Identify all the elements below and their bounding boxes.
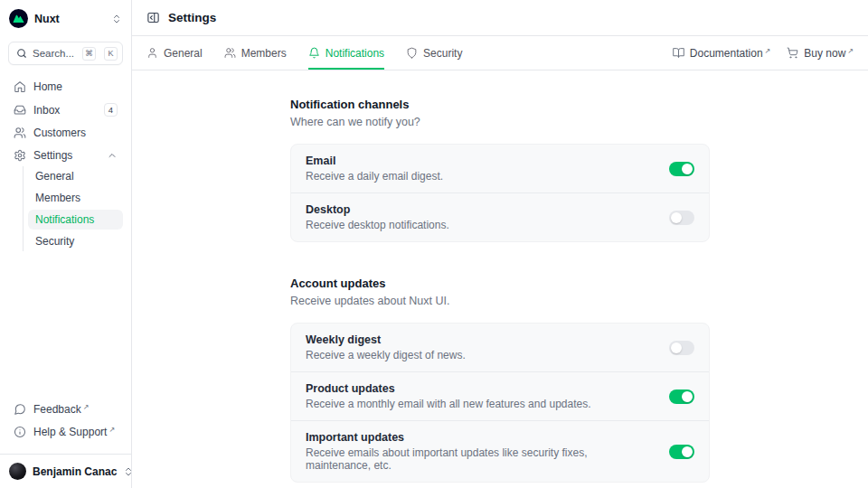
- gear-icon: [14, 149, 26, 162]
- setting-description: Receive desktop notifications.: [306, 219, 655, 231]
- setting-label: Weekly digest: [306, 333, 655, 346]
- setting-label: Desktop: [306, 203, 655, 216]
- settings-subnav: General Members Notifications Security: [23, 166, 123, 251]
- setting-row-product-updates: Product updates Receive a monthly email …: [291, 371, 709, 420]
- tab-members[interactable]: Members: [224, 36, 287, 70]
- user-icon: [146, 47, 158, 59]
- email-toggle[interactable]: [669, 162, 694, 176]
- nuxt-logo-icon: [9, 9, 28, 28]
- shield-icon: [406, 47, 418, 59]
- sidebar-item-label: Settings: [33, 149, 99, 162]
- users-icon: [14, 127, 26, 139]
- external-link-icon: ↗: [765, 47, 771, 55]
- desktop-toggle[interactable]: [669, 211, 694, 225]
- page-title: Settings: [168, 11, 216, 24]
- sidebar-item-label: Customers: [33, 127, 118, 139]
- workspace-selector[interactable]: Nuxt: [0, 0, 131, 33]
- sidebar-item-label: Home: [33, 80, 118, 93]
- settings-card: Email Receive a daily email digest. Desk…: [290, 144, 710, 242]
- search-icon: [16, 48, 27, 59]
- section-description: Where can we notify you?: [290, 116, 710, 128]
- info-circle-icon: [14, 426, 26, 438]
- tab-notifications[interactable]: Notifications: [308, 36, 384, 70]
- sidebar-nav: Home Inbox 4 Customers Settings Genera: [0, 69, 131, 251]
- page-header: Settings: [132, 0, 868, 36]
- section-title: Account updates: [290, 277, 710, 290]
- weekly-digest-toggle[interactable]: [669, 341, 694, 355]
- feedback-label: Feedback↗: [33, 403, 118, 416]
- users-icon: [224, 47, 236, 59]
- external-link-icon: ↗: [83, 403, 90, 411]
- important-updates-toggle[interactable]: [669, 445, 694, 459]
- section-description: Receive updates about Nuxt UI.: [290, 295, 710, 307]
- search-input[interactable]: Search... ⌘K: [8, 42, 123, 65]
- inbox-count-badge: 4: [104, 103, 118, 117]
- help-support-label: Help & Support↗: [33, 426, 118, 438]
- sidebar-item-notifications[interactable]: Notifications: [28, 210, 123, 230]
- sidebar: Nuxt Search... ⌘K Home Inbox 4: [0, 0, 132, 488]
- setting-row-desktop: Desktop Receive desktop notifications.: [291, 192, 709, 241]
- tab-security[interactable]: Security: [406, 36, 462, 70]
- buy-now-button[interactable]: Buy now↗: [787, 47, 854, 60]
- search-placeholder: Search...: [33, 48, 77, 59]
- sidebar-item-general[interactable]: General: [28, 166, 123, 186]
- sidebar-item-customers[interactable]: Customers: [8, 124, 123, 142]
- sidebar-footer-nav: Feedback↗ Help & Support↗: [0, 400, 131, 448]
- external-link-icon: ↗: [108, 426, 115, 434]
- book-icon: [673, 47, 684, 59]
- setting-label: Email: [306, 155, 655, 167]
- inbox-icon: [14, 104, 26, 117]
- chevrons-up-down-icon: [111, 14, 122, 24]
- chevron-up-icon: [107, 150, 118, 161]
- setting-description: Receive a daily email digest.: [306, 170, 655, 183]
- sidebar-item-security[interactable]: Security: [28, 231, 123, 251]
- workspace-name: Nuxt: [34, 13, 105, 25]
- setting-label: Product updates: [306, 382, 655, 395]
- feedback-link[interactable]: Feedback↗: [8, 400, 123, 418]
- tabbar: General Members Notifications Security: [132, 36, 868, 70]
- sidebar-item-members[interactable]: Members: [28, 188, 123, 208]
- user-menu[interactable]: Benjamin Canac: [0, 454, 131, 488]
- setting-description: Receive emails about important updates l…: [306, 446, 655, 472]
- settings-card: Weekly digest Receive a weekly digest of…: [290, 323, 710, 483]
- sidebar-item-inbox[interactable]: Inbox 4: [8, 100, 123, 119]
- tabs: General Members Notifications Security: [146, 36, 462, 70]
- documentation-button[interactable]: Documentation↗: [673, 47, 770, 60]
- section-account-updates: Account updates Receive updates about Nu…: [290, 277, 710, 483]
- tabbar-actions: Documentation↗ Buy now↗: [673, 36, 854, 70]
- avatar: [9, 463, 26, 480]
- product-updates-toggle[interactable]: [669, 389, 694, 404]
- sidebar-item-label: Inbox: [33, 104, 97, 117]
- setting-row-email: Email Receive a daily email digest.: [291, 145, 709, 192]
- sidebar-item-home[interactable]: Home: [8, 78, 123, 96]
- bell-icon: [308, 47, 320, 59]
- main-area: Settings General Members Notifications: [132, 0, 868, 488]
- setting-row-weekly-digest: Weekly digest Receive a weekly digest of…: [291, 324, 709, 371]
- cart-icon: [787, 47, 798, 59]
- setting-description: Receive a monthly email with all new fea…: [306, 398, 655, 410]
- home-icon: [14, 80, 26, 93]
- sidebar-collapse-icon[interactable]: [146, 11, 160, 24]
- tab-general[interactable]: General: [146, 36, 203, 70]
- settings-content: Notification channels Where can we notif…: [132, 70, 868, 488]
- help-support-link[interactable]: Help & Support↗: [8, 423, 123, 441]
- kbd-k: K: [104, 47, 118, 61]
- external-link-icon: ↗: [847, 47, 854, 55]
- section-title: Notification channels: [290, 98, 710, 111]
- section-notification-channels: Notification channels Where can we notif…: [290, 98, 710, 242]
- chat-bubble-icon: [14, 403, 26, 416]
- setting-label: Important updates: [306, 431, 655, 444]
- user-name: Benjamin Canac: [33, 465, 117, 478]
- setting-row-important-updates: Important updates Receive emails about i…: [291, 420, 709, 482]
- setting-description: Receive a weekly digest of news.: [306, 349, 655, 361]
- kbd-cmd: ⌘: [82, 47, 96, 61]
- sidebar-item-settings[interactable]: Settings: [8, 146, 123, 164]
